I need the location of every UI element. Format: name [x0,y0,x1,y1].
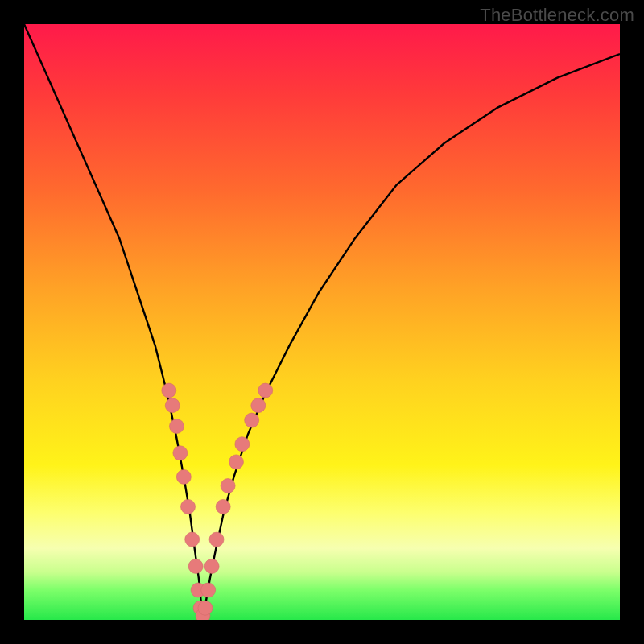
marker-dot [235,437,250,452]
marker-dot [204,559,219,573]
marker-dot [198,601,213,615]
marker-dot [258,383,273,398]
marker-dot [165,398,180,413]
marker-dot [209,532,224,547]
marker-dot [176,469,191,484]
marker-dot [162,383,176,398]
marker-dot [185,532,200,547]
markers-group [162,383,273,620]
marker-dot [229,455,243,469]
marker-dot [221,479,235,493]
marker-dot [245,413,259,427]
marker-dot [216,499,230,514]
marker-dot [251,398,266,413]
marker-dot [188,559,203,573]
bottleneck-curve-path [24,24,620,617]
plot-area [24,24,620,620]
chart-svg [24,24,620,620]
marker-dot [169,419,184,434]
marker-dot [173,446,188,460]
marker-dot [181,499,196,514]
marker-dot [201,583,216,597]
outer-frame: TheBottleneck.com [0,0,644,644]
watermark-text: TheBottleneck.com [480,5,634,26]
